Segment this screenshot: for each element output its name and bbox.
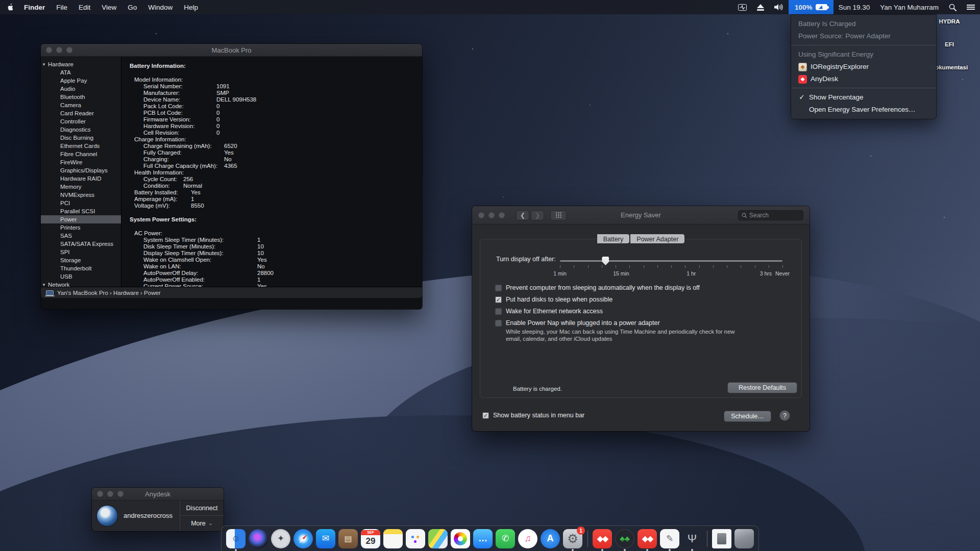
- menubar-clock[interactable]: Sun 19.30: [834, 4, 875, 11]
- disconnect-button[interactable]: Disconnect: [180, 500, 224, 515]
- sidebar-item[interactable]: ▼Fibre Channel: [41, 150, 121, 158]
- menubar-user[interactable]: Yan Yan Muharram: [875, 4, 944, 11]
- dock-item-maps[interactable]: [428, 529, 448, 549]
- menubar-item[interactable]: Finder: [18, 0, 51, 14]
- dock-item-anydesk-2[interactable]: ◆◆: [637, 529, 657, 549]
- volume-icon[interactable]: [769, 0, 789, 14]
- menubar-item[interactable]: Help: [178, 0, 204, 14]
- dock-item-calendar[interactable]: SEP 29: [360, 529, 381, 549]
- search-field[interactable]: [738, 210, 803, 220]
- apple-menu[interactable]: [0, 0, 18, 14]
- menubar-item[interactable]: Go: [122, 0, 142, 14]
- sidebar-item[interactable]: ▼Controller: [41, 117, 121, 126]
- close-button[interactable]: [46, 47, 52, 53]
- dock-item-facetime[interactable]: ✆: [495, 529, 516, 549]
- desktop-icon[interactable]: HYDRA: [939, 15, 960, 24]
- sidebar-item[interactable]: ▼Graphics/Displays: [41, 166, 121, 174]
- dock-item-finder[interactable]: ☺: [226, 529, 246, 549]
- energy-app-item[interactable]: ◆ AnyDesk: [791, 73, 936, 85]
- minimize-button[interactable]: [107, 491, 113, 497]
- sidebar-item[interactable]: ▼PCI: [41, 199, 121, 207]
- dock-item-safari[interactable]: [293, 529, 313, 549]
- sidebar-item[interactable]: ▼Printers: [41, 223, 121, 232]
- search-icon[interactable]: [944, 0, 962, 14]
- battery-menu-extra[interactable]: 100%: [789, 0, 834, 14]
- sidebar-item[interactable]: ▼Thunderbolt: [41, 264, 121, 272]
- sidebar-item[interactable]: ▼Apple Pay: [41, 77, 121, 85]
- dock-item-text-tool[interactable]: ✎: [659, 529, 680, 549]
- show-percentage-item[interactable]: ✓ Show Percentage: [791, 91, 936, 104]
- sidebar-item[interactable]: ▼Disc Burning: [41, 134, 121, 142]
- sidebar-item[interactable]: ▼Parallel SCSI: [41, 207, 121, 215]
- sidebar-item[interactable]: ▼SATA/SATA Express: [41, 240, 121, 248]
- dock-item-mail[interactable]: ✉: [315, 529, 336, 549]
- dock-item-ports-app[interactable]: ♣♣: [615, 529, 635, 549]
- search-input[interactable]: [749, 212, 795, 219]
- sidebar-item[interactable]: ▼Storage: [41, 256, 121, 264]
- open-energy-saver-prefs-item[interactable]: Open Energy Saver Preferences…: [791, 104, 936, 116]
- anydesk-titlebar[interactable]: Anydesk: [92, 488, 224, 500]
- activity-monitor-icon[interactable]: [733, 0, 752, 14]
- eject-icon[interactable]: [752, 0, 769, 14]
- back-button[interactable]: ❮: [516, 210, 529, 220]
- dock-item-trash[interactable]: [734, 529, 754, 549]
- dock-item-system-preferences[interactable]: ⚙ 1: [562, 529, 583, 549]
- sidebar-item[interactable]: ▼SAS: [41, 232, 121, 240]
- energy-app-item[interactable]: ◆ IORegistryExplorer: [791, 61, 936, 73]
- zoom-button[interactable]: [499, 212, 505, 218]
- forward-button[interactable]: ❯: [531, 210, 544, 220]
- menubar-item[interactable]: Edit: [73, 0, 96, 14]
- zoom-button[interactable]: [66, 47, 72, 53]
- sidebar-item[interactable]: ▼SPI: [41, 248, 121, 256]
- close-button[interactable]: [97, 491, 103, 497]
- dock-item-app-store[interactable]: A: [540, 529, 560, 549]
- more-button[interactable]: More ⌄: [180, 515, 224, 531]
- checkbox[interactable]: [495, 308, 502, 315]
- sidebar-item[interactable]: ▼Hardware: [41, 60, 121, 68]
- dock-item-messages[interactable]: …: [473, 529, 493, 549]
- checkbox[interactable]: [495, 285, 502, 291]
- dock-item-ioregistryexplorer[interactable]: Ψ: [682, 529, 702, 549]
- dock-item-launchpad[interactable]: ✦: [271, 529, 291, 549]
- sysinfo-titlebar[interactable]: MacBook Pro: [41, 44, 422, 57]
- sidebar-item[interactable]: ▼Ethernet Cards: [41, 142, 121, 150]
- disclosure-triangle-icon[interactable]: ▼: [42, 61, 48, 69]
- sidebar-item[interactable]: ▼Hardware RAID: [41, 174, 121, 183]
- display-off-slider[interactable]: [560, 260, 782, 262]
- sidebar-item[interactable]: ▼Memory: [41, 183, 121, 191]
- sidebar-item[interactable]: ▼Power: [41, 215, 121, 223]
- tab[interactable]: Battery: [597, 234, 630, 244]
- dock-item-anydesk[interactable]: ◆◆: [592, 529, 612, 549]
- show-battery-status-checkbox[interactable]: [482, 412, 489, 419]
- dock-item-siri[interactable]: [248, 529, 268, 549]
- energy-saver-toolbar[interactable]: ❮ ❯ Energy Saver: [472, 206, 810, 224]
- dock-item-notes[interactable]: [383, 529, 403, 549]
- menubar-item[interactable]: File: [51, 0, 73, 14]
- minimize-button[interactable]: [488, 212, 495, 218]
- menubar-item[interactable]: View: [96, 0, 122, 14]
- disclosure-triangle-icon[interactable]: ▼: [42, 281, 48, 287]
- sidebar-item[interactable]: ▼Audio: [41, 85, 121, 93]
- dock-item-contacts[interactable]: ▤: [338, 529, 358, 549]
- desktop-icon[interactable]: EFI: [945, 38, 954, 47]
- sidebar-item[interactable]: ▼Card Reader: [41, 109, 121, 117]
- sidebar-item[interactable]: ▼Bluetooth: [41, 93, 121, 101]
- close-button[interactable]: [478, 212, 484, 218]
- zoom-button[interactable]: [117, 491, 124, 497]
- sidebar-item[interactable]: ▼Camera: [41, 101, 121, 109]
- dock-item-document[interactable]: [712, 529, 732, 549]
- sidebar-item[interactable]: ▼Network: [41, 281, 121, 287]
- show-all-button[interactable]: [550, 210, 567, 220]
- sidebar-item[interactable]: ▼USB: [41, 272, 121, 281]
- notification-center-icon[interactable]: [962, 0, 980, 14]
- help-button[interactable]: ?: [779, 410, 790, 421]
- minimize-button[interactable]: [56, 47, 62, 53]
- sidebar-item[interactable]: ▼FireWire: [41, 158, 121, 166]
- checkbox[interactable]: [495, 320, 502, 327]
- sidebar-item[interactable]: ▼Diagnostics: [41, 126, 121, 134]
- schedule-button[interactable]: Schedule…: [724, 411, 771, 422]
- dock-item-reminders[interactable]: [405, 529, 426, 549]
- checkbox[interactable]: [495, 296, 502, 303]
- restore-defaults-button[interactable]: Restore Defaults: [727, 382, 797, 393]
- sidebar-item[interactable]: ▼NVMExpress: [41, 191, 121, 199]
